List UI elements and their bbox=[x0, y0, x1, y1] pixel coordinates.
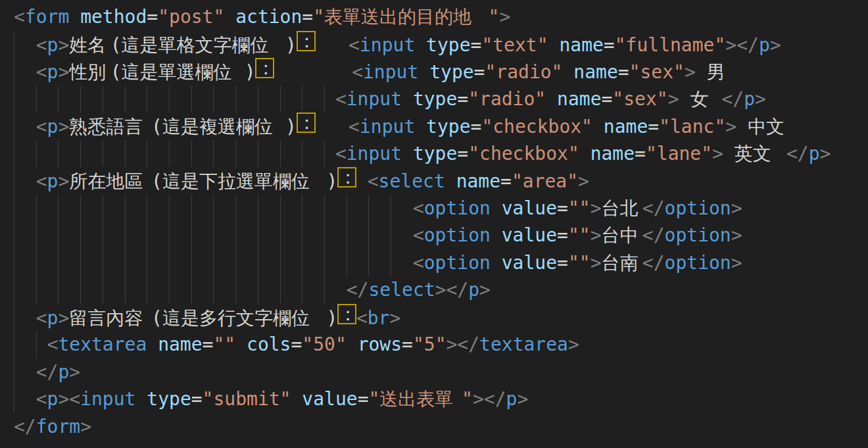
tag-name-token: input bbox=[360, 34, 415, 56]
code-line[interactable]: <option value="">台北</option> bbox=[14, 195, 868, 222]
tag-name-token: p bbox=[744, 88, 755, 110]
equals-token: = bbox=[557, 224, 568, 246]
string-token: "radio" bbox=[468, 88, 546, 110]
code-line[interactable]: <option value="">台南</option> bbox=[14, 249, 868, 277]
whitespace-token bbox=[679, 88, 690, 110]
punctuation-token: </ bbox=[786, 143, 809, 164]
punctuation-token: < bbox=[413, 252, 424, 274]
punctuation-token: > bbox=[685, 61, 696, 83]
code-line[interactable]: <input type="radio" name="sex"> 女 </p> bbox=[14, 86, 868, 113]
code-line[interactable]: <p>性別(這是單選欄位)： <input type="radio" name=… bbox=[14, 58, 868, 86]
punctuation-token: > bbox=[69, 361, 80, 383]
whitespace-token bbox=[723, 143, 735, 164]
punctuation-token: < bbox=[14, 6, 25, 28]
attribute-name-token: name bbox=[591, 143, 635, 164]
tag-name-token: form bbox=[36, 416, 80, 437]
punctuation-token: > bbox=[591, 252, 602, 274]
code-line[interactable]: <p>留言內容(這是多行文字欄位)：<br> bbox=[14, 304, 868, 332]
cjk-text-token: 這是多行文字欄位 bbox=[162, 305, 326, 332]
cjk-text-token: 性別 bbox=[69, 59, 110, 86]
punctuation-token: < bbox=[335, 143, 347, 164]
equals-token: = bbox=[302, 6, 313, 28]
code-line[interactable]: </p> bbox=[14, 359, 868, 386]
equals-token: = bbox=[557, 197, 568, 219]
code-line[interactable]: <input type="checkbox" name="lane"> 英文 <… bbox=[14, 140, 868, 168]
tag-name-token: p bbox=[47, 170, 59, 192]
whitespace-token bbox=[14, 116, 36, 137]
attribute-name-token: value bbox=[302, 388, 357, 410]
text-token: ( bbox=[151, 170, 162, 192]
string-token: "radio" bbox=[485, 61, 562, 83]
whitespace-token bbox=[696, 61, 707, 83]
tag-name-token: input bbox=[347, 143, 402, 164]
tag-name-token: p bbox=[47, 307, 59, 329]
code-line[interactable]: <p><input type="submit" value="送出表單"></p… bbox=[14, 386, 868, 413]
punctuation-token: </ bbox=[484, 388, 506, 410]
string-token: "sex" bbox=[612, 88, 667, 110]
whitespace-token bbox=[14, 61, 36, 83]
tag-name-token: form bbox=[25, 6, 69, 28]
whitespace-token bbox=[14, 197, 413, 219]
whitespace-token bbox=[147, 334, 158, 355]
code-line[interactable]: <p>所在地區(這是下拉選單欄位)： <select name="area"> bbox=[14, 167, 868, 195]
punctuation-token: > bbox=[668, 88, 679, 110]
tag-name-token: input bbox=[80, 388, 135, 410]
tag-name-token: p bbox=[468, 279, 479, 301]
code-line[interactable]: </select></p> bbox=[14, 276, 868, 304]
whitespace-token bbox=[14, 307, 36, 329]
whitespace-token bbox=[579, 143, 591, 164]
punctuation-token: < bbox=[352, 61, 363, 83]
punctuation-token: > bbox=[499, 6, 510, 28]
equals-token: = bbox=[618, 61, 629, 83]
equals-token: = bbox=[471, 34, 482, 56]
tag-name-token: option bbox=[665, 224, 731, 246]
whitespace-token bbox=[14, 279, 347, 301]
punctuation-token: > bbox=[80, 416, 91, 437]
code-line[interactable]: <p>姓名(這是單格文字欄位)： <input type="text" name… bbox=[14, 31, 868, 59]
punctuation-token: > bbox=[591, 197, 602, 219]
code-line[interactable]: <p>熟悉語言(這是複選欄位)： <input type="checkbox" … bbox=[14, 112, 868, 140]
cjk-text-token: 這是單格文字欄位 bbox=[122, 32, 285, 59]
equals-token: = bbox=[648, 116, 659, 137]
text-token: ( bbox=[151, 116, 162, 137]
code-line[interactable]: <form method="post" action="表單送出的目的地"> bbox=[14, 3, 868, 31]
code-editor[interactable]: <form method="post" action="表單送出的目的地"> <… bbox=[0, 0, 868, 448]
unicode-highlight-colon: ： bbox=[337, 304, 356, 324]
attribute-name-token: name bbox=[158, 334, 202, 355]
text-token: ) bbox=[285, 116, 297, 137]
tag-name-token: option bbox=[665, 252, 731, 274]
equals-token: = bbox=[402, 334, 413, 355]
code-line[interactable]: </form> bbox=[14, 413, 868, 441]
equals-token: = bbox=[602, 88, 613, 110]
text-token: ) bbox=[285, 34, 297, 56]
punctuation-token: > bbox=[725, 116, 736, 137]
punctuation-token: </ bbox=[457, 334, 479, 355]
whitespace-token bbox=[491, 252, 502, 274]
string-token: " bbox=[313, 6, 324, 28]
whitespace-token bbox=[402, 88, 413, 110]
whitespace-token bbox=[592, 116, 604, 137]
tag-name-token: input bbox=[363, 61, 418, 83]
whitespace-token bbox=[14, 170, 36, 192]
whitespace-token bbox=[14, 224, 413, 246]
string-token: "lane" bbox=[646, 143, 712, 164]
punctuation-token: > bbox=[389, 307, 400, 329]
punctuation-token: < bbox=[356, 307, 368, 329]
code-line[interactable]: <textarea name="" cols="50" rows="5"></t… bbox=[14, 331, 868, 359]
attribute-name-token: type bbox=[413, 143, 457, 164]
punctuation-token: > bbox=[755, 88, 766, 110]
cjk-text-token: 這是複選欄位 bbox=[162, 113, 285, 141]
whitespace-token bbox=[562, 61, 573, 83]
whitespace-token bbox=[775, 143, 786, 164]
tag-name-token: option bbox=[424, 252, 491, 274]
attribute-name-token: action bbox=[235, 6, 302, 28]
punctuation-token: < bbox=[368, 170, 379, 192]
unicode-highlight-colon: ： bbox=[297, 31, 316, 51]
punctuation-token: </ bbox=[642, 197, 665, 219]
punctuation-token: < bbox=[36, 34, 47, 56]
string-token: "submit" bbox=[203, 388, 291, 410]
punctuation-token: < bbox=[36, 388, 47, 410]
code-line[interactable]: <option value="">台中</option> bbox=[14, 222, 868, 249]
whitespace-token bbox=[135, 388, 147, 410]
string-token: "checkbox" bbox=[468, 143, 579, 164]
